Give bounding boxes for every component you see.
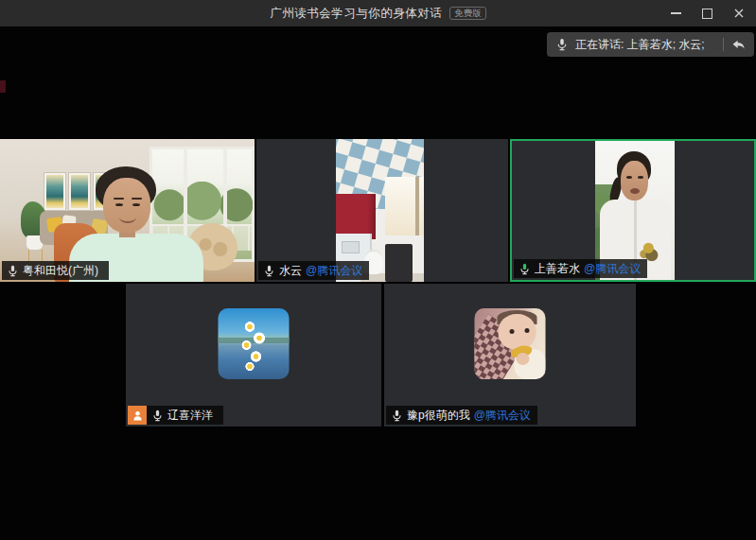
- person-eyebrow: [132, 198, 142, 200]
- status-divider: [723, 38, 724, 51]
- person-smile: [119, 212, 136, 223]
- nameplate-body: 水云@腾讯会议: [258, 261, 369, 280]
- participant-name: 辽喜洋洋: [167, 408, 213, 424]
- participant-suffix: @腾讯会议: [584, 261, 641, 277]
- video-tile-participant-2[interactable]: 水云@腾讯会议: [256, 139, 508, 282]
- baby-hand: [517, 353, 530, 365]
- microphone-icon: [391, 409, 403, 422]
- microphone-icon: [151, 409, 164, 422]
- meeting-title: 广州读书会学习与你的身体对话: [270, 6, 442, 22]
- scene-fridge-label: [342, 241, 360, 253]
- title-bar: 广州读书会学习与你的身体对话 免费版: [0, 0, 756, 26]
- scene-window-frame: [415, 177, 419, 235]
- person-mouth: [630, 188, 640, 194]
- nameplate-participant-5: 豫p很萌的我@腾讯会议: [386, 406, 537, 425]
- video-tile-participant-1[interactable]: 粤和田悦(广州): [0, 139, 255, 282]
- speaking-status-text: 正在讲话: 上善若水; 水云;: [575, 37, 716, 53]
- person-eye: [638, 176, 643, 179]
- minimize-icon: [671, 12, 681, 14]
- nameplate-body: 粤和田悦(广州): [2, 261, 109, 280]
- person-eye: [132, 203, 140, 206]
- baby-eye: [525, 328, 530, 333]
- person-eye: [626, 176, 632, 179]
- nameplate-participant-1: 粤和田悦(广州): [2, 261, 109, 280]
- painting: [69, 173, 90, 210]
- daisy: [244, 360, 256, 373]
- video-tile-participant-4[interactable]: 辽喜洋洋: [126, 284, 381, 427]
- participant-name: 豫p很萌的我: [407, 408, 470, 424]
- participant-name: 粤和田悦(广州): [23, 263, 98, 279]
- daisy: [252, 330, 268, 346]
- meeting-window: 广州读书会学习与你的身体对话 免费版 正在讲话: 上善若水; 水云;: [0, 0, 756, 540]
- close-button[interactable]: [723, 0, 754, 26]
- person-face: [103, 178, 150, 233]
- minimize-button[interactable]: [660, 0, 692, 26]
- title-group: 广州读书会学习与你的身体对话 免费版: [270, 6, 486, 22]
- person-face: [621, 161, 648, 200]
- video-tile-participant-3-active-speaker[interactable]: 上善若水@腾讯会议: [510, 139, 756, 282]
- participant-name: 上善若水: [535, 261, 580, 277]
- maximize-icon: [702, 9, 712, 19]
- nameplate-participant-2: 水云@腾讯会议: [258, 261, 369, 280]
- scene-plant-stand: [28, 250, 43, 261]
- shirt-graphic: [639, 241, 660, 261]
- video-tile-participant-5[interactable]: 豫p很萌的我@腾讯会议: [384, 284, 636, 427]
- person-eye: [115, 203, 123, 206]
- nameplate-participant-4: 辽喜洋洋: [128, 406, 223, 425]
- profile-badge: [128, 406, 147, 425]
- microphone-icon: [7, 265, 19, 277]
- scene-red-cabinet: [336, 194, 376, 239]
- nameplate-participant-3: 上善若水@腾讯会议: [514, 259, 647, 278]
- free-version-badge: 免费版: [449, 7, 486, 20]
- nameplate-body: 上善若水@腾讯会议: [514, 259, 647, 278]
- microphone-icon: [555, 38, 569, 51]
- speaking-status-bar: 正在讲话: 上善若水; 水云;: [547, 32, 754, 57]
- microphone-icon: [263, 265, 275, 277]
- scene-appliance: [385, 244, 413, 282]
- baby-eye: [510, 329, 515, 334]
- person-icon: [132, 409, 144, 422]
- baby-face: [499, 314, 536, 350]
- participant-suffix: @腾讯会议: [474, 408, 531, 424]
- scene-trees: [151, 182, 253, 224]
- participant-name: 水云: [279, 263, 302, 279]
- reply-arrow-button[interactable]: [730, 37, 746, 52]
- avatar-daisies: [219, 308, 290, 379]
- maximize-button[interactable]: [692, 0, 723, 26]
- close-icon: [733, 8, 745, 19]
- painting: [44, 173, 65, 210]
- window-controls: [660, 0, 754, 26]
- microphone-active-icon: [519, 263, 531, 275]
- person-eyebrow: [114, 198, 124, 200]
- nameplate-body: 辽喜洋洋: [147, 406, 223, 425]
- participant-suffix: @腾讯会议: [306, 263, 362, 279]
- nameplate-body: 豫p很萌的我@腾讯会议: [386, 406, 537, 425]
- edge-notification-strip: [0, 80, 6, 93]
- avatar-baby: [475, 308, 546, 379]
